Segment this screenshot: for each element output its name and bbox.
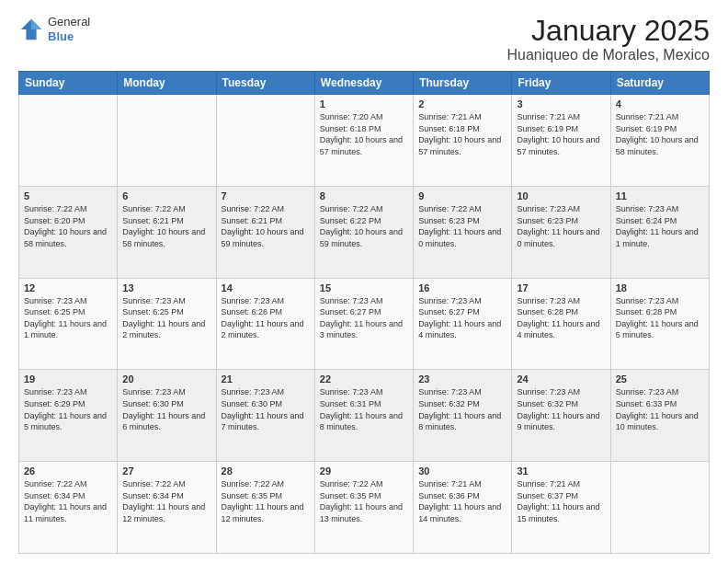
table-row: 26Sunrise: 7:22 AM Sunset: 6:34 PM Dayli… [19,462,118,554]
day-number: 28 [222,465,310,477]
day-number: 4 [616,98,704,109]
table-row [19,95,118,187]
logo: General Blue [18,15,90,43]
logo-text: General Blue [48,15,90,43]
table-row: 6Sunrise: 7:22 AM Sunset: 6:21 PM Daylig… [118,186,216,278]
table-row: 28Sunrise: 7:22 AM Sunset: 6:35 PM Dayli… [216,462,314,554]
day-number: 12 [24,282,112,293]
day-number: 22 [320,373,408,385]
table-row: 24Sunrise: 7:23 AM Sunset: 6:32 PM Dayli… [512,370,610,462]
table-row: 21Sunrise: 7:23 AM Sunset: 6:30 PM Dayli… [216,370,314,462]
table-row [216,95,314,187]
table-row: 7Sunrise: 7:22 AM Sunset: 6:21 PM Daylig… [216,186,314,278]
col-monday: Monday [118,72,216,95]
day-number: 14 [222,282,310,293]
day-info: Sunrise: 7:23 AM Sunset: 6:25 PM Dayligh… [122,295,210,341]
page-subtitle: Huaniqueo de Morales, Mexico [506,47,710,63]
table-row: 23Sunrise: 7:23 AM Sunset: 6:32 PM Dayli… [414,370,512,462]
day-number: 17 [517,282,605,293]
day-number: 27 [122,465,210,477]
header: General Blue January 2025 Huaniqueo de M… [18,15,710,63]
table-row: 2Sunrise: 7:21 AM Sunset: 6:18 PM Daylig… [414,95,512,187]
day-info: Sunrise: 7:23 AM Sunset: 6:27 PM Dayligh… [418,295,506,341]
day-number: 16 [418,282,506,293]
day-number: 25 [616,373,704,385]
day-info: Sunrise: 7:23 AM Sunset: 6:27 PM Dayligh… [320,295,408,341]
day-info: Sunrise: 7:23 AM Sunset: 6:28 PM Dayligh… [517,295,605,341]
table-row: 12Sunrise: 7:23 AM Sunset: 6:25 PM Dayli… [19,278,118,370]
day-number: 23 [418,373,506,385]
week-row-1: 5Sunrise: 7:22 AM Sunset: 6:20 PM Daylig… [19,186,710,278]
table-row: 31Sunrise: 7:21 AM Sunset: 6:37 PM Dayli… [512,462,610,554]
day-info: Sunrise: 7:23 AM Sunset: 6:28 PM Dayligh… [616,295,704,341]
table-row: 14Sunrise: 7:23 AM Sunset: 6:26 PM Dayli… [216,278,314,370]
day-number: 1 [320,98,408,109]
col-thursday: Thursday [414,72,512,95]
day-info: Sunrise: 7:21 AM Sunset: 6:19 PM Dayligh… [517,111,605,157]
col-saturday: Saturday [610,72,709,95]
svg-marker-1 [31,18,41,29]
day-info: Sunrise: 7:22 AM Sunset: 6:35 PM Dayligh… [320,478,408,524]
day-info: Sunrise: 7:23 AM Sunset: 6:30 PM Dayligh… [222,386,310,432]
week-row-2: 12Sunrise: 7:23 AM Sunset: 6:25 PM Dayli… [19,278,710,370]
day-info: Sunrise: 7:22 AM Sunset: 6:34 PM Dayligh… [24,478,112,524]
day-info: Sunrise: 7:22 AM Sunset: 6:21 PM Dayligh… [222,203,310,249]
table-row: 11Sunrise: 7:23 AM Sunset: 6:24 PM Dayli… [610,186,709,278]
logo-blue: Blue [48,29,90,44]
day-number: 15 [320,282,408,293]
day-number: 11 [616,190,704,201]
day-number: 7 [222,190,310,201]
day-info: Sunrise: 7:21 AM Sunset: 6:37 PM Dayligh… [517,478,605,524]
day-info: Sunrise: 7:21 AM Sunset: 6:18 PM Dayligh… [418,111,506,157]
day-info: Sunrise: 7:22 AM Sunset: 6:21 PM Dayligh… [122,203,210,249]
week-row-4: 26Sunrise: 7:22 AM Sunset: 6:34 PM Dayli… [19,462,710,554]
day-number: 19 [24,373,112,385]
day-info: Sunrise: 7:23 AM Sunset: 6:26 PM Dayligh… [222,295,310,341]
day-number: 5 [24,190,112,201]
table-row: 20Sunrise: 7:23 AM Sunset: 6:30 PM Dayli… [118,370,216,462]
day-info: Sunrise: 7:23 AM Sunset: 6:33 PM Dayligh… [616,386,704,432]
day-info: Sunrise: 7:22 AM Sunset: 6:22 PM Dayligh… [320,203,408,249]
day-info: Sunrise: 7:22 AM Sunset: 6:20 PM Dayligh… [24,203,112,249]
day-info: Sunrise: 7:23 AM Sunset: 6:24 PM Dayligh… [616,203,704,249]
logo-general: General [48,15,90,29]
table-row: 16Sunrise: 7:23 AM Sunset: 6:27 PM Dayli… [414,278,512,370]
table-row [610,462,709,554]
col-sunday: Sunday [19,72,118,95]
day-number: 8 [320,190,408,201]
table-row: 30Sunrise: 7:21 AM Sunset: 6:36 PM Dayli… [414,462,512,554]
day-info: Sunrise: 7:22 AM Sunset: 6:23 PM Dayligh… [418,203,506,249]
day-info: Sunrise: 7:23 AM Sunset: 6:25 PM Dayligh… [24,295,112,341]
day-number: 9 [418,190,506,201]
day-info: Sunrise: 7:23 AM Sunset: 6:29 PM Dayligh… [24,386,112,432]
table-row: 25Sunrise: 7:23 AM Sunset: 6:33 PM Dayli… [610,370,709,462]
logo-icon [18,17,44,42]
calendar-table: Sunday Monday Tuesday Wednesday Thursday… [18,71,710,554]
day-number: 13 [122,282,210,293]
table-row: 10Sunrise: 7:23 AM Sunset: 6:23 PM Dayli… [512,186,610,278]
page-title: January 2025 [506,15,710,47]
day-number: 10 [517,190,605,201]
day-info: Sunrise: 7:23 AM Sunset: 6:32 PM Dayligh… [517,386,605,432]
table-row: 15Sunrise: 7:23 AM Sunset: 6:27 PM Dayli… [314,278,413,370]
day-info: Sunrise: 7:23 AM Sunset: 6:32 PM Dayligh… [418,386,506,432]
day-info: Sunrise: 7:23 AM Sunset: 6:31 PM Dayligh… [320,386,408,432]
table-row: 1Sunrise: 7:20 AM Sunset: 6:18 PM Daylig… [314,95,413,187]
day-info: Sunrise: 7:22 AM Sunset: 6:35 PM Dayligh… [222,478,310,524]
day-number: 29 [320,465,408,477]
day-number: 18 [616,282,704,293]
day-info: Sunrise: 7:22 AM Sunset: 6:34 PM Dayligh… [122,478,210,524]
week-row-0: 1Sunrise: 7:20 AM Sunset: 6:18 PM Daylig… [19,95,710,187]
day-info: Sunrise: 7:20 AM Sunset: 6:18 PM Dayligh… [320,111,408,157]
calendar-header-row: Sunday Monday Tuesday Wednesday Thursday… [19,72,710,95]
day-number: 21 [222,373,310,385]
table-row: 9Sunrise: 7:22 AM Sunset: 6:23 PM Daylig… [414,186,512,278]
table-row: 29Sunrise: 7:22 AM Sunset: 6:35 PM Dayli… [314,462,413,554]
title-block: January 2025 Huaniqueo de Morales, Mexic… [506,15,710,63]
day-info: Sunrise: 7:23 AM Sunset: 6:30 PM Dayligh… [122,386,210,432]
day-info: Sunrise: 7:23 AM Sunset: 6:23 PM Dayligh… [517,203,605,249]
col-friday: Friday [512,72,610,95]
col-wednesday: Wednesday [314,72,413,95]
table-row: 18Sunrise: 7:23 AM Sunset: 6:28 PM Dayli… [610,278,709,370]
day-number: 3 [517,98,605,109]
